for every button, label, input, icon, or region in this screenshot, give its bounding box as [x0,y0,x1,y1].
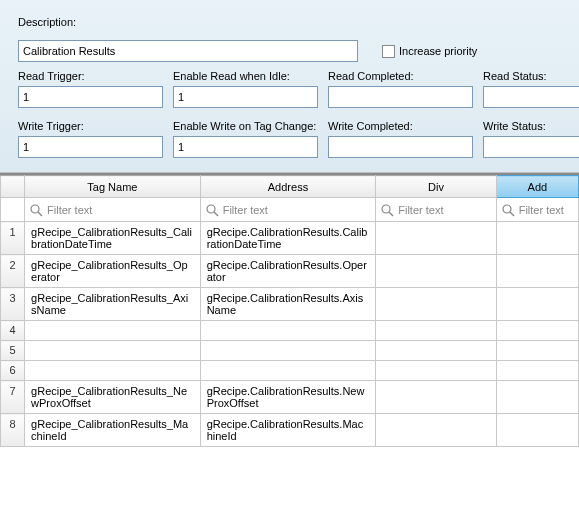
cell-tag-name[interactable] [25,341,201,361]
header-add[interactable]: Add [496,176,578,198]
filter-row: Filter text Filter text Filter text [1,198,579,222]
cell-div[interactable] [376,222,496,255]
description-label: Description: [18,16,76,28]
cell-div[interactable] [376,381,496,414]
write-completed-label: Write Completed: [328,120,473,132]
svg-point-2 [207,205,215,213]
increase-priority-checkbox[interactable] [382,45,395,58]
enable-write-tag-label: Enable Write on Tag Change: [173,120,318,132]
row-number[interactable]: 3 [1,288,25,321]
enable-read-idle-input[interactable] [173,86,318,108]
filter-div[interactable]: Filter text [376,198,496,222]
write-trigger-label: Write Trigger: [18,120,163,132]
cell-tag-name[interactable] [25,361,201,381]
write-status-input[interactable] [483,136,579,158]
svg-point-4 [382,205,390,213]
data-table-wrap: Tag Name Address Div Add Filter text Fil… [0,173,579,447]
cell-address[interactable]: gRecipe.CalibrationResults.Operator [200,255,376,288]
cell-tag-name[interactable]: gRecipe_CalibrationResults_NewProxOffset [25,381,201,414]
cell-add[interactable] [496,361,578,381]
enable-read-idle-label: Enable Read when Idle: [173,70,318,82]
filter-placeholder: Filter text [47,204,92,216]
cell-div[interactable] [376,321,496,341]
search-icon [205,203,219,217]
cell-tag-name[interactable]: gRecipe_CalibrationResults_CalibrationDa… [25,222,201,255]
table-row[interactable]: 7gRecipe_CalibrationResults_NewProxOffse… [1,381,579,414]
form-panel: Description: Increase priority Read Trig… [0,0,579,173]
svg-line-3 [214,212,218,216]
cell-tag-name[interactable] [25,321,201,341]
filter-add[interactable]: Filter text [496,198,578,222]
write-completed-input[interactable] [328,136,473,158]
row-number[interactable]: 2 [1,255,25,288]
read-completed-input[interactable] [328,86,473,108]
cell-address[interactable]: gRecipe.CalibrationResults.NewProxOffset [200,381,376,414]
cell-add[interactable] [496,414,578,447]
table-row[interactable]: 4 [1,321,579,341]
cell-add[interactable] [496,341,578,361]
filter-placeholder: Filter text [223,204,268,216]
table-row[interactable]: 1gRecipe_CalibrationResults_CalibrationD… [1,222,579,255]
table-row[interactable]: 8gRecipe_CalibrationResults_MachineIdgRe… [1,414,579,447]
row-number[interactable]: 7 [1,381,25,414]
enable-write-tag-input[interactable] [173,136,318,158]
read-completed-label: Read Completed: [328,70,473,82]
write-trigger-input[interactable] [18,136,163,158]
filter-placeholder: Filter text [519,204,564,216]
data-table: Tag Name Address Div Add Filter text Fil… [0,175,579,447]
filter-rownum [1,198,25,222]
row-number[interactable]: 5 [1,341,25,361]
cell-div[interactable] [376,341,496,361]
cell-address[interactable] [200,361,376,381]
cell-add[interactable] [496,255,578,288]
svg-line-7 [510,212,514,216]
row-number[interactable]: 6 [1,361,25,381]
description-input[interactable] [18,40,358,62]
search-icon [380,203,394,217]
cell-address[interactable] [200,321,376,341]
table-row[interactable]: 5 [1,341,579,361]
cell-address[interactable]: gRecipe.CalibrationResults.CalibrationDa… [200,222,376,255]
row-number[interactable]: 4 [1,321,25,341]
svg-point-0 [31,205,39,213]
svg-line-5 [389,212,393,216]
cell-tag-name[interactable]: gRecipe_CalibrationResults_AxisName [25,288,201,321]
cell-div[interactable] [376,414,496,447]
read-trigger-label: Read Trigger: [18,70,163,82]
read-status-input[interactable] [483,86,579,108]
cell-add[interactable] [496,381,578,414]
table-header-row: Tag Name Address Div Add [1,176,579,198]
table-row[interactable]: 3gRecipe_CalibrationResults_AxisNamegRec… [1,288,579,321]
read-status-label: Read Status: [483,70,579,82]
cell-address[interactable] [200,341,376,361]
cell-tag-name[interactable]: gRecipe_CalibrationResults_MachineId [25,414,201,447]
header-address[interactable]: Address [200,176,376,198]
read-trigger-input[interactable] [18,86,163,108]
cell-address[interactable]: gRecipe.CalibrationResults.AxisName [200,288,376,321]
cell-div[interactable] [376,361,496,381]
header-tag-name[interactable]: Tag Name [25,176,201,198]
filter-placeholder: Filter text [398,204,443,216]
row-number[interactable]: 8 [1,414,25,447]
filter-address[interactable]: Filter text [200,198,376,222]
search-icon [29,203,43,217]
increase-priority-label: Increase priority [399,45,477,57]
filter-tag-name[interactable]: Filter text [25,198,201,222]
table-row[interactable]: 2gRecipe_CalibrationResults_OperatorgRec… [1,255,579,288]
cell-add[interactable] [496,222,578,255]
cell-add[interactable] [496,321,578,341]
write-status-label: Write Status: [483,120,579,132]
table-row[interactable]: 6 [1,361,579,381]
cell-div[interactable] [376,255,496,288]
cell-add[interactable] [496,288,578,321]
search-icon [501,203,515,217]
svg-point-6 [503,205,511,213]
svg-line-1 [38,212,42,216]
header-div[interactable]: Div [376,176,496,198]
cell-address[interactable]: gRecipe.CalibrationResults.MachineId [200,414,376,447]
cell-div[interactable] [376,288,496,321]
cell-tag-name[interactable]: gRecipe_CalibrationResults_Operator [25,255,201,288]
row-number[interactable]: 1 [1,222,25,255]
header-rownum[interactable] [1,176,25,198]
